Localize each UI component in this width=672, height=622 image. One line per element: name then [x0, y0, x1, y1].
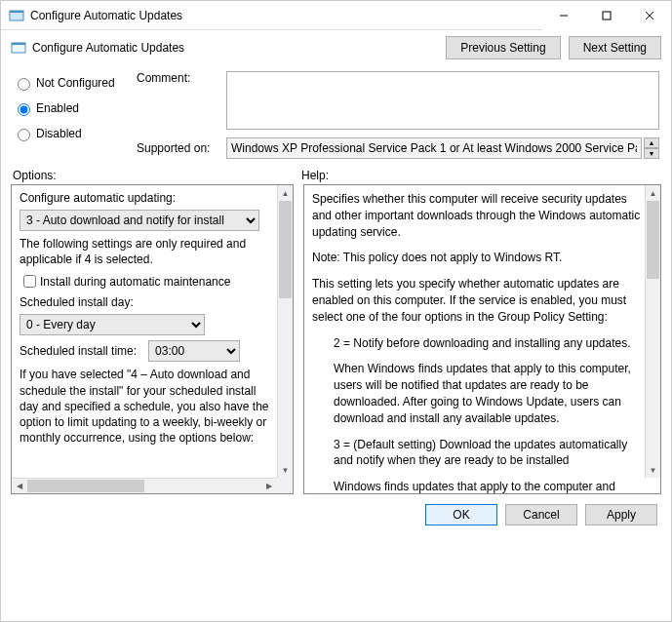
scroll-down-icon[interactable]: ▼	[646, 462, 660, 478]
radio-disabled[interactable]: Disabled	[13, 126, 125, 141]
scroll-right-icon[interactable]: ▶	[261, 479, 277, 493]
supported-label: Supported on:	[137, 136, 215, 155]
supported-field	[226, 137, 642, 159]
help-p7: Windows finds updates that apply to the …	[312, 479, 643, 495]
close-button[interactable]	[628, 1, 671, 30]
help-p5: When Windows finds updates that apply to…	[312, 361, 643, 426]
field-values: ▲ ▼	[226, 71, 659, 159]
scroll-up-icon[interactable]: ▲	[278, 185, 293, 201]
comment-label: Comment:	[137, 71, 215, 136]
options-pane: Configure automatic updating: 3 - Auto d…	[11, 184, 294, 494]
help-p2: Note: This policy does not apply to Wind…	[312, 250, 643, 266]
help-vscroll-track[interactable]	[646, 201, 660, 462]
radio-not-configured-input[interactable]	[18, 78, 30, 91]
install-maintenance-label: Install during automatic maintenance	[40, 275, 230, 289]
help-content: Specifies whether this computer will rec…	[304, 185, 660, 511]
policy-header: Configure Automatic Updates Previous Set…	[1, 30, 671, 65]
help-p1: Specifies whether this computer will rec…	[312, 191, 643, 240]
svg-rect-1	[10, 11, 23, 13]
scroll-up-icon[interactable]: ▲	[646, 185, 660, 201]
install-maintenance-row[interactable]: Install during automatic maintenance	[20, 272, 278, 291]
install-day-label: Scheduled install day:	[20, 295, 278, 309]
help-label: Help:	[301, 169, 329, 182]
options-vscroll-thumb[interactable]	[279, 201, 292, 298]
install-time-row: Scheduled install time: 03:00	[20, 340, 278, 362]
supported-scroll-up[interactable]: ▲	[644, 137, 659, 148]
svg-rect-3	[603, 12, 611, 19]
radio-disabled-label: Disabled	[36, 127, 82, 140]
help-p6: 3 = (Default setting) Download the updat…	[312, 437, 643, 470]
options-hscroll-thumb[interactable]	[27, 480, 144, 492]
radio-enabled[interactable]: Enabled	[13, 100, 125, 116]
radio-enabled-input[interactable]	[18, 103, 30, 116]
app-icon	[9, 8, 24, 23]
install-day-select[interactable]: 0 - Every day	[20, 314, 205, 335]
window-title: Configure Automatic Updates	[30, 9, 542, 22]
previous-setting-button[interactable]: Previous Setting	[446, 36, 560, 59]
configure-updating-label: Configure automatic updating:	[20, 191, 278, 205]
radio-disabled-input[interactable]	[18, 129, 30, 141]
radio-enabled-label: Enabled	[36, 101, 79, 115]
options-content: Configure automatic updating: 3 - Auto d…	[12, 185, 293, 493]
options-tail: If you have selected "4 – Auto download …	[20, 367, 278, 446]
radio-not-configured-label: Not Configured	[36, 76, 115, 90]
configure-updating-select[interactable]: 3 - Auto download and notify for install	[20, 210, 259, 231]
help-vscroll[interactable]: ▲ ▼	[645, 185, 660, 478]
options-scroll-corner	[277, 478, 293, 493]
scroll-down-icon[interactable]: ▼	[278, 462, 293, 478]
install-time-label: Scheduled install time:	[20, 344, 137, 358]
supported-scroll-down[interactable]: ▼	[644, 148, 659, 159]
title-bar: Configure Automatic Updates	[1, 1, 671, 30]
maximize-button[interactable]	[585, 1, 628, 30]
supported-scroll: ▲ ▼	[644, 137, 659, 159]
panes: Configure automatic updating: 3 - Auto d…	[1, 184, 671, 494]
install-maintenance-checkbox[interactable]	[23, 275, 36, 288]
options-label: Options:	[13, 169, 301, 182]
radio-not-configured[interactable]: Not Configured	[13, 75, 125, 91]
options-hscroll[interactable]: ◀ ▶	[12, 478, 277, 493]
help-p4: 2 = Notify before downloading and instal…	[312, 335, 643, 352]
options-vscroll-track[interactable]	[278, 201, 293, 462]
install-time-select[interactable]: 03:00	[148, 340, 240, 362]
policy-icon	[11, 40, 26, 56]
comment-textarea[interactable]	[226, 71, 659, 130]
config-section: Not Configured Enabled Disabled Comment:…	[1, 65, 671, 165]
next-setting-button[interactable]: Next Setting	[569, 36, 661, 59]
help-p3: This setting lets you specify whether au…	[312, 276, 643, 325]
pane-labels: Options: Help:	[1, 165, 671, 184]
field-labels: Comment: Supported on:	[137, 71, 215, 159]
supported-row: ▲ ▼	[226, 137, 659, 159]
options-hscroll-track[interactable]	[27, 479, 261, 493]
options-note: The following settings are only required…	[20, 236, 278, 267]
state-radios: Not Configured Enabled Disabled	[13, 71, 125, 159]
options-vscroll[interactable]: ▲ ▼	[277, 185, 293, 478]
policy-title: Configure Automatic Updates	[32, 41, 438, 55]
scroll-left-icon[interactable]: ◀	[12, 479, 27, 493]
help-vscroll-thumb[interactable]	[647, 201, 659, 279]
svg-rect-7	[12, 43, 25, 45]
minimize-button[interactable]	[542, 1, 585, 30]
help-pane: Specifies whether this computer will rec…	[303, 184, 661, 494]
